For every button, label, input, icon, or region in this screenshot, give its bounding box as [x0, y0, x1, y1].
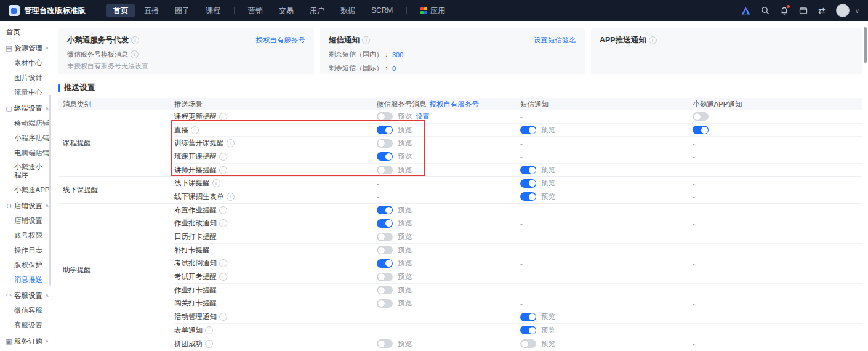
set-sms-signature-link[interactable]: 设置短信签名 — [534, 36, 576, 45]
preview-link[interactable]: 预览 — [541, 166, 555, 175]
sidebar-group-店铺设置[interactable]: ⊙店铺设置∧ — [0, 198, 52, 213]
avatar[interactable] — [836, 4, 850, 17]
preview-link[interactable]: 预览 — [398, 232, 412, 241]
wechat-toggle[interactable] — [377, 206, 393, 214]
sms-toggle[interactable] — [520, 192, 536, 201]
wechat-toggle[interactable] — [377, 299, 393, 308]
wechat-toggle[interactable] — [377, 233, 393, 241]
preview-link[interactable]: 预览 — [398, 166, 412, 175]
sidebar-group-服务订购[interactable]: ▣服务订购∧ — [0, 334, 52, 349]
wechat-toggle[interactable] — [377, 219, 393, 228]
preview-link[interactable]: 预览 — [398, 272, 412, 281]
sidebar-item-图片设计[interactable]: 图片设计 — [0, 70, 52, 85]
sidebar-item-版权保护[interactable]: 版权保护 — [0, 257, 52, 272]
sidebar-item-电脑端店铺[interactable]: 电脑端店铺 — [0, 145, 52, 160]
sidebar-group-资源管理[interactable]: ▤资源管理∧ — [0, 41, 52, 55]
preview-link[interactable]: 预览 — [398, 112, 412, 121]
sidebar-item-微信客服[interactable]: 微信客服 — [0, 303, 52, 318]
nav-item-课程[interactable]: 课程 — [199, 4, 227, 17]
sidebar-item-服务订购[interactable]: 服务订购 — [0, 349, 52, 351]
nav-item-应用[interactable]: 应用 — [414, 4, 452, 17]
info-icon[interactable]: i — [219, 219, 227, 227]
sms-toggle[interactable] — [520, 179, 536, 188]
wechat-toggle[interactable] — [377, 246, 393, 254]
preview-link[interactable]: 预览 — [541, 126, 555, 135]
nav-item-直播[interactable]: 直播 — [137, 4, 166, 17]
sidebar-item-移动端店铺[interactable]: 移动端店铺 — [0, 116, 52, 131]
wechat-toggle[interactable] — [377, 126, 393, 134]
nav-item-首页[interactable]: 首页 — [106, 4, 135, 17]
preview-link[interactable]: 预览 — [398, 206, 412, 215]
info-icon[interactable]: i — [219, 313, 227, 321]
sms-toggle[interactable] — [520, 326, 536, 334]
info-icon[interactable]: i — [219, 273, 227, 281]
info-icon[interactable]: i — [219, 259, 227, 267]
info-icon[interactable]: i — [227, 193, 235, 201]
wechat-toggle[interactable] — [377, 259, 393, 268]
info-icon[interactable]: i — [131, 36, 139, 44]
sidebar-item-客服设置[interactable]: 客服设置 — [0, 318, 52, 333]
sidebar-item-小程序店铺[interactable]: 小程序店铺 — [0, 131, 52, 145]
preview-link[interactable]: 预览 — [398, 339, 412, 349]
preview-link[interactable]: 预览 — [541, 192, 555, 201]
sidebar-group-客服设置[interactable]: ◠客服设置∧ — [0, 288, 52, 303]
preview-link[interactable]: 预览 — [398, 286, 412, 295]
preview-link[interactable]: 预览 — [398, 259, 412, 268]
sms-toggle[interactable] — [520, 166, 536, 174]
nav-item-交易[interactable]: 交易 — [272, 4, 300, 17]
info-icon[interactable]: i — [205, 340, 213, 348]
authorize-own-service-account-link[interactable]: 授权自有服务号 — [256, 36, 306, 45]
preview-link[interactable]: 预览 — [541, 312, 555, 321]
sidebar-group-终端设置[interactable]: ▢终端设置∧ — [0, 101, 52, 116]
sidebar-item-账号权限[interactable]: 账号权限 — [0, 228, 52, 243]
sms-toggle[interactable] — [520, 126, 536, 134]
info-icon[interactable]: i — [212, 179, 220, 187]
search-icon[interactable] — [761, 6, 770, 15]
preview-link[interactable]: 预览 — [541, 339, 555, 349]
app-toggle[interactable] — [693, 126, 709, 134]
wechat-toggle[interactable] — [377, 166, 393, 174]
info-icon[interactable]: i — [362, 36, 370, 44]
sidebar-item-流量中心[interactable]: 流量中心 — [0, 85, 52, 100]
info-icon[interactable]: i — [219, 153, 227, 161]
wechat-toggle[interactable] — [377, 139, 393, 148]
sms-toggle[interactable] — [520, 313, 536, 321]
preview-link[interactable]: 预览 — [541, 326, 555, 335]
sidebar-item-消息推送[interactable]: 消息推送 — [0, 272, 52, 287]
sidebar-item-素材中心[interactable]: 素材中心 — [0, 55, 52, 70]
nav-item-SCRM[interactable]: SCRM — [364, 4, 400, 17]
info-icon[interactable]: i — [219, 113, 227, 121]
info-icon[interactable]: i — [191, 126, 199, 134]
info-icon[interactable]: i — [649, 36, 657, 44]
app-toggle[interactable] — [693, 112, 709, 121]
preview-link[interactable]: 预览 — [398, 299, 412, 308]
settings-link[interactable]: 设置 — [416, 112, 430, 121]
authorize-own-service-account-link[interactable]: 授权自有服务号 — [430, 100, 480, 108]
chevron-down-icon[interactable]: ∨ — [855, 7, 859, 14]
preview-link[interactable]: 预览 — [541, 179, 555, 188]
sidebar-item-home[interactable]: 首页 — [0, 25, 52, 39]
sidebar-item-小鹅通APP[interactable]: 小鹅通APP — [0, 182, 52, 197]
info-icon[interactable]: i — [219, 206, 227, 214]
sidebar-item-操作日志[interactable]: 操作日志 — [0, 243, 52, 257]
preview-link[interactable]: 预览 — [398, 126, 412, 135]
preview-link[interactable]: 预览 — [398, 152, 412, 161]
notification-bell-icon[interactable] — [780, 6, 789, 15]
sidebar-scrollbar[interactable] — [49, 95, 51, 286]
switch-account-icon[interactable]: ⇄ — [818, 6, 826, 15]
wechat-toggle[interactable] — [377, 286, 393, 294]
preview-link[interactable]: 预览 — [398, 139, 412, 148]
wechat-toggle[interactable] — [377, 273, 393, 281]
preview-link[interactable]: 预览 — [398, 246, 412, 255]
nav-item-营销[interactable]: 营销 — [241, 4, 270, 17]
nav-item-数据[interactable]: 数据 — [334, 4, 362, 17]
wechat-toggle[interactable] — [377, 339, 393, 348]
page-scrollbar[interactable] — [864, 27, 867, 63]
workbench-icon[interactable] — [799, 7, 808, 15]
sidebar-item-店铺设置[interactable]: 店铺设置 — [0, 213, 52, 228]
nav-item-用户[interactable]: 用户 — [303, 4, 331, 17]
info-icon[interactable]: i — [227, 139, 235, 147]
sms-toggle[interactable] — [520, 339, 536, 348]
info-icon[interactable]: i — [219, 166, 227, 174]
preview-link[interactable]: 预览 — [398, 219, 412, 228]
